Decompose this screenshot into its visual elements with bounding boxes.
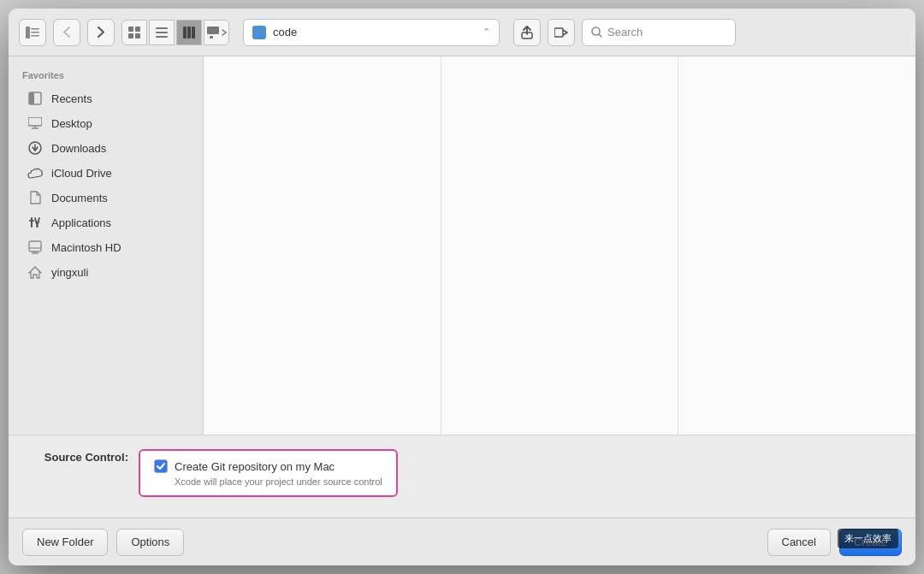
svg-rect-14: [207, 27, 219, 34]
sidebar-item-desktop-label: Desktop: [51, 117, 92, 130]
back-button[interactable]: [53, 19, 80, 46]
location-bar[interactable]: code ⌃: [243, 19, 500, 46]
file-panels: [204, 56, 915, 435]
toolbar: code ⌃ Search: [9, 9, 915, 56]
list-view-button[interactable]: [149, 20, 175, 45]
documents-icon: [27, 190, 43, 205]
file-panel-2: [441, 56, 679, 435]
sidebar-item-yingxuli[interactable]: yingxuli: [14, 260, 198, 284]
desktop-icon: [27, 115, 43, 131]
checkbox-main-label: Create Git repository on my Mac: [175, 460, 335, 473]
home-icon: [27, 264, 43, 280]
source-control-box: Create Git repository on my Mac Xcode wi…: [139, 449, 398, 497]
search-placeholder: Search: [607, 26, 643, 38]
recents-icon: [27, 91, 43, 106]
svg-rect-15: [210, 36, 213, 38]
svg-rect-22: [28, 117, 42, 126]
cancel-button[interactable]: Cancel: [767, 529, 831, 556]
svg-rect-12: [187, 27, 191, 38]
svg-rect-10: [156, 36, 168, 38]
sidebar-item-recents-label: Recents: [51, 92, 92, 105]
downloads-icon: [27, 140, 43, 156]
sidebar-item-macintosh-label: Macintosh HD: [51, 241, 121, 254]
source-control-label: Source Control:: [26, 449, 128, 464]
sidebar-item-downloads-label: Downloads: [51, 142, 106, 155]
file-panel-1: [204, 56, 441, 435]
svg-rect-17: [554, 28, 563, 37]
svg-rect-13: [192, 27, 195, 38]
sidebar-item-yingxuli-label: yingxuli: [51, 266, 88, 279]
git-repo-checkbox[interactable]: [154, 459, 168, 473]
sidebar-toggle-button[interactable]: [19, 19, 46, 46]
gallery-view-button[interactable]: [204, 20, 229, 45]
save-dialog: code ⌃ Search Favorites Recents: [9, 9, 915, 565]
location-chevrons: ⌃: [483, 27, 490, 38]
macintosh-icon: [27, 240, 43, 255]
footer-left: New Folder Options: [22, 529, 184, 556]
share-button[interactable]: [513, 19, 541, 46]
svg-line-19: [599, 34, 601, 37]
sidebar-item-macintosh[interactable]: Macintosh HD: [14, 235, 198, 259]
source-control-row: Source Control: Create Git repository on…: [26, 449, 898, 497]
sidebar-item-downloads[interactable]: Downloads: [14, 136, 198, 160]
forward-button[interactable]: [87, 19, 115, 46]
sidebar-item-applications[interactable]: Applications: [14, 210, 198, 234]
svg-rect-9: [156, 32, 168, 33]
footer: New Folder Options Cancel Create: [9, 518, 915, 565]
svg-rect-30: [29, 241, 41, 251]
tag-button[interactable]: [548, 19, 575, 46]
content-area: Favorites Recents Desktop Downloa: [9, 56, 915, 435]
applications-icon: [27, 215, 43, 230]
icloud-icon: [27, 165, 43, 180]
sidebar-section-favorites: Favorites: [9, 67, 203, 86]
sidebar-item-documents[interactable]: Documents: [14, 186, 198, 210]
svg-rect-21: [29, 92, 34, 104]
column-view-button[interactable]: [176, 20, 202, 45]
svg-rect-0: [26, 27, 30, 38]
svg-rect-3: [31, 35, 39, 37]
svg-rect-7: [135, 33, 140, 38]
checkbox-description: Xcode will place your project under sour…: [154, 476, 382, 487]
watermark: 来一点效率: [838, 529, 898, 548]
source-control-area: Source Control: Create Git repository on…: [9, 435, 915, 518]
location-text: code: [273, 26, 476, 38]
svg-rect-11: [183, 27, 187, 38]
options-button[interactable]: Options: [116, 529, 184, 556]
svg-rect-4: [128, 27, 133, 32]
view-button-group: [121, 20, 229, 45]
folder-icon: [252, 26, 266, 39]
svg-rect-8: [156, 27, 168, 29]
svg-rect-6: [128, 33, 133, 38]
svg-rect-1: [31, 28, 39, 30]
svg-rect-2: [31, 32, 39, 33]
sidebar-item-applications-label: Applications: [51, 216, 111, 229]
search-box[interactable]: Search: [582, 19, 736, 46]
sidebar-item-recents[interactable]: Recents: [14, 86, 198, 110]
sidebar-item-icloud[interactable]: iCloud Drive: [14, 161, 198, 185]
new-folder-button[interactable]: New Folder: [22, 529, 108, 556]
checkbox-row: Create Git repository on my Mac: [154, 459, 382, 473]
svg-rect-5: [135, 27, 140, 32]
sidebar-item-documents-label: Documents: [51, 192, 108, 204]
sidebar-item-icloud-label: iCloud Drive: [51, 167, 112, 180]
icon-view-button[interactable]: [121, 20, 147, 45]
sidebar-item-desktop[interactable]: Desktop: [14, 111, 198, 135]
sidebar: Favorites Recents Desktop Downloa: [9, 56, 204, 435]
file-panel-3: [678, 56, 915, 435]
